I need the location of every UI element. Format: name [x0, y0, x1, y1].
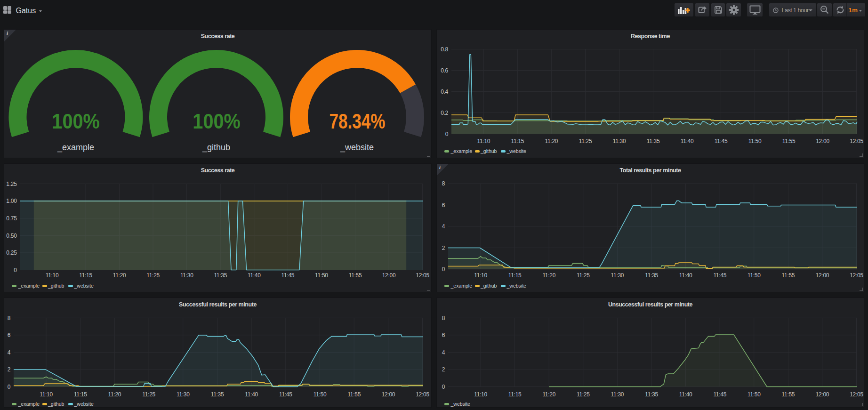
svg-text:0: 0 [14, 267, 17, 273]
svg-text:0.75: 0.75 [6, 215, 17, 222]
svg-text:12:05: 12:05 [850, 138, 863, 145]
svg-text:11:35: 11:35 [647, 138, 660, 145]
svg-text:0.2: 0.2 [441, 110, 448, 116]
svg-text:11:10: 11:10 [474, 391, 487, 398]
svg-text:11:25: 11:25 [577, 391, 590, 398]
svg-text:6: 6 [8, 332, 11, 338]
svg-text:11:35: 11:35 [645, 391, 658, 398]
svg-text:11:55: 11:55 [782, 272, 795, 279]
svg-text:6: 6 [442, 202, 445, 209]
svg-text:4: 4 [442, 349, 445, 356]
svg-text:11:20: 11:20 [108, 391, 121, 398]
svg-text:11:25: 11:25 [577, 272, 590, 279]
svg-text:8: 8 [442, 315, 445, 322]
svg-text:12:00: 12:00 [816, 391, 829, 398]
svg-text:11:30: 11:30 [611, 391, 624, 398]
svg-text:11:10: 11:10 [46, 272, 59, 279]
svg-text:12:05: 12:05 [416, 391, 429, 398]
svg-text:11:35: 11:35 [645, 272, 658, 279]
svg-text:12:05: 12:05 [850, 272, 863, 279]
svg-text:2: 2 [442, 245, 445, 251]
svg-text:11:45: 11:45 [715, 138, 728, 145]
svg-text:0.4: 0.4 [441, 88, 448, 95]
svg-text:11:50: 11:50 [313, 391, 327, 398]
svg-text:11:35: 11:35 [211, 391, 224, 398]
svg-text:11:40: 11:40 [681, 138, 694, 145]
svg-text:0.8: 0.8 [441, 46, 448, 53]
svg-text:11:30: 11:30 [180, 272, 193, 279]
svg-text:11:20: 11:20 [542, 391, 555, 398]
svg-text:12:00: 12:00 [382, 391, 395, 398]
svg-text:0.6: 0.6 [441, 67, 448, 74]
svg-text:11:40: 11:40 [679, 272, 692, 279]
svg-text:0: 0 [445, 131, 449, 137]
svg-text:11:55: 11:55 [782, 138, 796, 145]
svg-text:1.25: 1.25 [6, 181, 17, 187]
svg-text:11:35: 11:35 [214, 272, 227, 279]
svg-text:11:55: 11:55 [782, 391, 795, 398]
svg-text:0.25: 0.25 [6, 249, 17, 256]
svg-text:12:05: 12:05 [416, 272, 429, 279]
svg-text:11:40: 11:40 [245, 391, 258, 398]
svg-text:6: 6 [442, 332, 445, 338]
svg-text:11:30: 11:30 [611, 272, 624, 279]
svg-text:11:15: 11:15 [508, 272, 522, 279]
svg-text:11:50: 11:50 [747, 391, 761, 398]
svg-text:11:50: 11:50 [748, 138, 762, 145]
svg-text:11:20: 11:20 [545, 138, 558, 145]
svg-text:11:30: 11:30 [177, 391, 190, 398]
svg-text:11:25: 11:25 [579, 138, 592, 145]
svg-text:11:25: 11:25 [146, 272, 160, 279]
svg-text:4: 4 [8, 349, 11, 356]
svg-text:11:10: 11:10 [40, 391, 53, 398]
svg-text:11:20: 11:20 [542, 272, 555, 279]
svg-text:0.50: 0.50 [6, 233, 17, 239]
svg-text:11:50: 11:50 [747, 272, 761, 279]
svg-text:11:40: 11:40 [679, 391, 692, 398]
svg-text:1.00: 1.00 [6, 198, 17, 204]
svg-text:2: 2 [8, 366, 11, 373]
svg-text:11:30: 11:30 [613, 138, 626, 145]
svg-text:0: 0 [442, 266, 445, 273]
svg-text:12:05: 12:05 [850, 391, 863, 398]
svg-text:11:55: 11:55 [347, 391, 361, 398]
svg-text:11:15: 11:15 [511, 138, 524, 145]
svg-text:8: 8 [8, 315, 11, 322]
svg-text:11:25: 11:25 [142, 391, 155, 398]
svg-text:12:00: 12:00 [816, 138, 829, 145]
svg-text:11:55: 11:55 [349, 272, 362, 279]
svg-text:8: 8 [442, 180, 445, 187]
svg-text:4: 4 [442, 223, 445, 230]
svg-text:11:45: 11:45 [713, 272, 726, 279]
svg-text:11:45: 11:45 [279, 391, 292, 398]
svg-text:12:00: 12:00 [816, 272, 829, 279]
svg-text:2: 2 [442, 366, 445, 373]
svg-text:11:45: 11:45 [713, 391, 726, 398]
svg-text:11:15: 11:15 [508, 391, 522, 398]
svg-text:11:15: 11:15 [79, 272, 92, 279]
svg-text:11:10: 11:10 [477, 138, 490, 145]
svg-text:11:10: 11:10 [474, 272, 487, 279]
svg-text:11:40: 11:40 [248, 272, 261, 279]
svg-text:11:45: 11:45 [281, 272, 295, 279]
svg-text:0: 0 [442, 384, 445, 390]
svg-text:11:20: 11:20 [113, 272, 126, 279]
svg-text:11:50: 11:50 [315, 272, 328, 279]
svg-text:11:15: 11:15 [74, 391, 87, 398]
svg-text:12:00: 12:00 [382, 272, 396, 279]
svg-text:0: 0 [8, 384, 11, 390]
